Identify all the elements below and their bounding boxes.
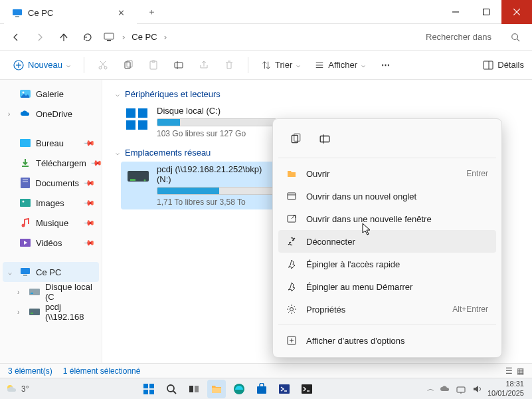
sidebar-item-local-disk[interactable]: › Disque local (C (0, 282, 102, 302)
svg-rect-75 (457, 387, 465, 392)
search-input[interactable]: Rechercher dans (420, 27, 527, 47)
svg-rect-63 (149, 384, 154, 388)
group-devices-header[interactable]: ⌵ Périphériques et lecteurs (116, 89, 519, 99)
tab-title: Ce PC (28, 8, 53, 18)
details-button[interactable]: Détails (483, 60, 524, 70)
pin-icon (286, 259, 297, 269)
titlebar: Ce PC ✕ ＋ (0, 0, 532, 24)
sidebar-item-onedrive[interactable]: › OneDrive (0, 104, 102, 124)
forward-button[interactable] (29, 27, 50, 48)
sidebar-item-music[interactable]: Musique 📌 (0, 213, 102, 233)
desktop-icon (20, 138, 31, 148)
view-button[interactable]: Afficher ⌵ (310, 57, 371, 72)
new-button[interactable]: Nouveau ⌵ (8, 57, 76, 73)
svg-point-14 (104, 66, 107, 69)
svg-rect-44 (126, 108, 135, 118)
breadcrumb[interactable]: › Ce PC › (101, 32, 418, 43)
edge-button[interactable] (230, 380, 248, 398)
more-icon (286, 335, 297, 346)
terminal-button[interactable] (298, 380, 316, 398)
svg-point-8 (512, 33, 518, 39)
context-label: Propriétés (306, 305, 345, 315)
chevron-right-icon: › (17, 309, 19, 316)
more-button[interactable]: ⋯ (375, 55, 396, 76)
sidebar-item-gallery[interactable]: Galerie (0, 84, 102, 104)
drive-item-n[interactable]: pcdj (\\192.168.21.252\bkp) (N:) 1,71 To… (121, 162, 280, 209)
context-properties[interactable]: Propriétés Alt+Entrer (278, 298, 496, 321)
sidebar-item-this-pc[interactable]: ⌵ Ce PC (3, 262, 99, 282)
close-button[interactable] (501, 0, 532, 24)
delete-button[interactable] (219, 55, 240, 76)
onedrive-tray-icon[interactable] (440, 384, 450, 394)
terminal-icon (301, 383, 313, 395)
context-pin-quick[interactable]: Épingler à l'accès rapide (278, 253, 496, 275)
svg-line-15 (101, 61, 106, 66)
store-button[interactable] (252, 380, 271, 398)
context-disconnect[interactable]: Déconnecter (278, 230, 496, 253)
maximize-button[interactable] (471, 0, 501, 24)
start-button[interactable] (139, 380, 158, 398)
context-pin-start[interactable]: Épingler au menu Démarrer (278, 275, 496, 298)
plus-circle-icon (13, 60, 24, 70)
network-tray-icon[interactable] (456, 384, 466, 394)
drive-usage-bar (157, 118, 276, 126)
cut-button[interactable] (92, 55, 114, 76)
volume-tray-icon[interactable] (472, 384, 482, 394)
svg-rect-30 (20, 139, 31, 147)
tab-close-button[interactable]: ✕ (114, 7, 129, 19)
refresh-button[interactable] (77, 27, 98, 48)
tray-chevron-button[interactable]: ︿ (427, 384, 434, 394)
context-more-options[interactable]: Afficher d'autres d'options (278, 329, 496, 352)
pin-icon (286, 281, 297, 292)
svg-rect-3 (484, 9, 489, 15)
pin-icon: 📌 (82, 216, 95, 229)
sort-button[interactable]: Trier ⌵ (256, 57, 306, 72)
sidebar-item-downloads[interactable]: Téléchargem 📌 (0, 153, 102, 173)
svg-rect-40 (29, 289, 40, 295)
new-tab-button[interactable]: ＋ (142, 3, 161, 21)
weather-widget[interactable]: 3° (5, 382, 29, 396)
sidebar-label: Ce PC (36, 267, 61, 277)
list-view-button[interactable]: ☰ (505, 366, 513, 376)
svg-point-29 (23, 92, 25, 94)
share-icon (199, 60, 209, 70)
chevron-down-icon: ⌵ (66, 61, 70, 68)
svg-rect-33 (23, 182, 28, 182)
copy-button[interactable] (118, 55, 139, 76)
explorer-button[interactable] (207, 380, 226, 398)
svg-rect-7 (107, 40, 111, 41)
clock[interactable]: 18:31 10/01/2025 (488, 380, 527, 397)
trash-icon (224, 60, 234, 70)
context-open-window[interactable]: Ouvrir dans une nouvelle fenêtre (278, 207, 496, 230)
powershell-button[interactable] (275, 380, 294, 398)
rename-button[interactable] (168, 55, 189, 76)
music-icon (20, 217, 31, 228)
context-copy-button[interactable] (284, 127, 308, 151)
context-menu: Ouvrir Entrer Ouvrir dans un nouvel ongl… (272, 118, 502, 358)
context-rename-button[interactable] (313, 127, 337, 151)
share-button[interactable] (193, 55, 215, 76)
search-button[interactable] (162, 380, 181, 398)
svg-rect-46 (126, 120, 135, 130)
back-button[interactable] (5, 27, 27, 48)
drive-item-c[interactable]: Disque local (C:) 103 Go libres sur 127 … (121, 103, 280, 141)
sidebar-label: Vidéos (36, 238, 62, 248)
grid-view-button[interactable]: ▦ (517, 366, 524, 376)
separator (248, 57, 248, 73)
paste-button[interactable] (143, 55, 164, 76)
search-icon (511, 33, 520, 42)
taskview-button[interactable] (185, 380, 203, 398)
cut-icon (98, 60, 108, 70)
sidebar-item-videos[interactable]: Vidéos 📌 (0, 233, 102, 253)
svg-rect-26 (484, 61, 493, 69)
breadcrumb-item[interactable]: Ce PC (128, 32, 161, 42)
sidebar-item-documents[interactable]: Documents 📌 (0, 173, 102, 193)
window-tab[interactable]: Ce PC ✕ (4, 3, 137, 24)
minimize-button[interactable] (440, 0, 471, 24)
context-open-tab[interactable]: Ouvrir dans un nouvel onglet (278, 185, 496, 207)
sidebar-item-images[interactable]: Images 📌 (0, 193, 102, 213)
sidebar-item-desktop[interactable]: Bureau 📌 (0, 133, 102, 153)
up-button[interactable] (53, 27, 74, 48)
context-open[interactable]: Ouvrir Entrer (278, 162, 496, 185)
sidebar-item-network-drive[interactable]: › pcdj (\\192.168 (0, 302, 102, 322)
